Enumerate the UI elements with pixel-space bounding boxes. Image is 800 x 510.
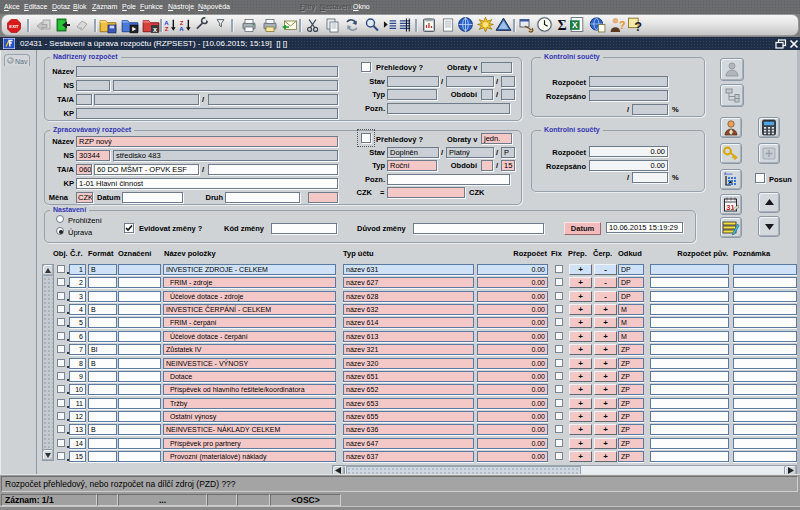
svg-text:Aaaa: Aaaa	[724, 172, 732, 176]
svg-text:Σ: Σ	[557, 18, 566, 33]
svg-text:EXIT: EXIT	[9, 24, 19, 29]
svg-text:x: x	[153, 25, 157, 34]
svg-text:X: X	[572, 20, 578, 30]
svg-text:31: 31	[726, 203, 734, 212]
svg-text:?: ?	[634, 19, 642, 33]
svg-text:A: A	[179, 25, 184, 32]
svg-text:Z: Z	[165, 25, 169, 32]
svg-text:?: ?	[619, 19, 625, 31]
